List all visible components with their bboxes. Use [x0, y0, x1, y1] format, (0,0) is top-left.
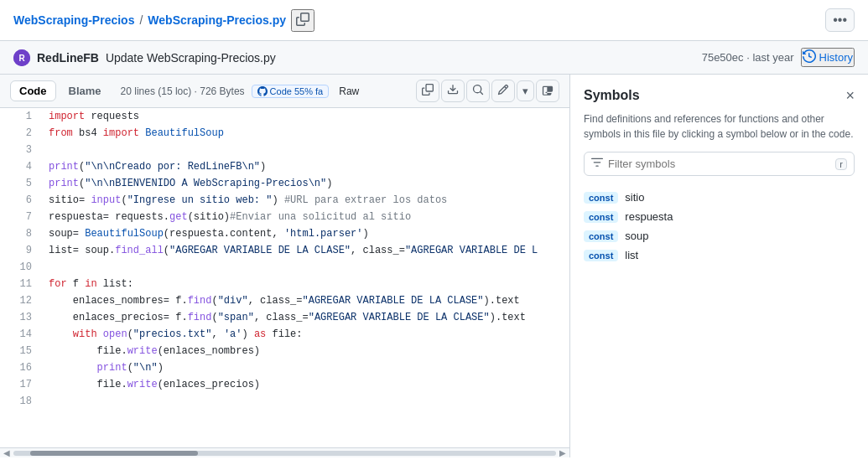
line-code: enlaces_nombres= f.find("div", class_="A…	[42, 292, 569, 309]
symbol-name: respuesta	[625, 210, 673, 223]
main-content: Code Blame 20 lines (15 loc) · 726 Bytes…	[0, 75, 868, 457]
commit-message: Update WebScraping-Precios.py	[106, 51, 276, 65]
history-label: History	[819, 51, 853, 64]
symbols-title: Symbols	[584, 88, 640, 103]
symbols-panel-toggle[interactable]	[536, 80, 559, 102]
history-button[interactable]: History	[801, 48, 855, 67]
tab-code[interactable]: Code	[10, 80, 56, 101]
list-item[interactable]: const respuesta	[584, 207, 855, 226]
code-table: 1 import requests 2 from bs4 import Beau…	[0, 108, 569, 410]
code-meta: 20 lines (15 loc) · 726 Bytes	[121, 85, 245, 97]
table-row: 6 sitio= input("Ingrese un sitio web: ")…	[0, 192, 569, 209]
line-number: 4	[0, 158, 42, 175]
table-row: 4 print("\n\nCreado por: RedLineFB\n")	[0, 158, 569, 175]
line-code	[42, 142, 569, 158]
edit-button[interactable]	[491, 80, 515, 102]
symbols-panel: Symbols × Find definitions and reference…	[570, 75, 868, 457]
file-info-bar: R RedLineFB Update WebScraping-Precios.p…	[0, 41, 868, 75]
symbol-badge: const	[584, 211, 618, 223]
search-code-button[interactable]	[466, 80, 490, 102]
filter-symbols-wrap: r	[584, 152, 855, 176]
ai-badge: Code 55% fa	[252, 85, 330, 98]
table-row: 13 enlaces_precios= f.find("span", class…	[0, 309, 569, 326]
line-number: 14	[0, 326, 42, 343]
download-button[interactable]	[441, 80, 465, 102]
symbols-close-button[interactable]: ×	[845, 88, 855, 103]
symbol-name: list	[625, 249, 638, 261]
table-row: 15 file.write(enlaces_nombres)	[0, 343, 569, 359]
line-code: from bs4 import BeautifulSoup	[42, 125, 569, 142]
table-row: 14 with open("precios.txt", 'a') as file…	[0, 326, 569, 343]
commit-meta: 75e50ec · last year History	[702, 48, 855, 67]
line-number: 13	[0, 309, 42, 326]
line-number: 11	[0, 276, 42, 292]
more-code-options-button[interactable]: ▾	[517, 80, 534, 101]
table-row: 7 respuesta= requests.get(sitio)#Enviar …	[0, 209, 569, 225]
line-number: 5	[0, 175, 42, 192]
symbols-description: Find definitions and references for func…	[584, 111, 855, 142]
svg-text:R: R	[18, 54, 25, 63]
line-code: list= soup.find_all("AGREGAR VARIABLE DE…	[42, 242, 569, 259]
scrollbar-thumb[interactable]	[30, 451, 198, 456]
code-toolbar: Code Blame 20 lines (15 loc) · 726 Bytes…	[0, 75, 569, 108]
list-item[interactable]: const list	[584, 245, 855, 265]
symbol-name: soup	[625, 230, 648, 242]
line-code: sitio= input("Ingrese un sitio web: ") #…	[42, 192, 569, 209]
line-code: print("\n\nBIENVENIDO A WebScraping-Prec…	[42, 175, 569, 192]
file-link[interactable]: WebScraping-Precios.py	[148, 13, 286, 27]
table-row: 9 list= soup.find_all("AGREGAR VARIABLE …	[0, 242, 569, 259]
line-number: 2	[0, 125, 42, 142]
scrollbar-track[interactable]	[13, 451, 556, 456]
table-row: 12 enlaces_nombres= f.find("div", class_…	[0, 292, 569, 309]
line-number: 1	[0, 108, 42, 125]
line-number: 12	[0, 292, 42, 309]
repo-link[interactable]: WebScraping-Precios	[13, 13, 134, 27]
line-number: 6	[0, 192, 42, 209]
line-number: 10	[0, 259, 42, 276]
table-row: 18	[0, 393, 569, 410]
ai-badge-text: Code 55% fa	[270, 86, 324, 96]
tab-blame[interactable]: Blame	[60, 80, 111, 101]
line-number: 3	[0, 142, 42, 158]
table-row: 16 print("\n")	[0, 359, 569, 376]
breadcrumb: WebScraping-Precios / WebScraping-Precio…	[13, 9, 314, 32]
raw-button[interactable]: Raw	[332, 83, 366, 100]
table-row: 2 from bs4 import BeautifulSoup	[0, 125, 569, 142]
filter-symbols-input[interactable]	[608, 158, 830, 170]
line-code: for f in list:	[42, 276, 569, 292]
table-row: 3	[0, 142, 569, 158]
copy-path-button[interactable]	[291, 9, 314, 32]
commit-hash: 75e50ec · last year	[702, 51, 794, 64]
line-code: print("\n\nCreado por: RedLineFB\n")	[42, 158, 569, 175]
line-code: with open("precios.txt", 'a') as file:	[42, 326, 569, 343]
code-panel: Code Blame 20 lines (15 loc) · 726 Bytes…	[0, 75, 570, 457]
line-code	[42, 393, 569, 410]
symbols-header: Symbols ×	[584, 88, 855, 103]
line-code: file.write(enlaces_nombres)	[42, 343, 569, 359]
symbol-badge: const	[584, 192, 618, 204]
line-code: print("\n")	[42, 359, 569, 376]
code-content: 1 import requests 2 from bs4 import Beau…	[0, 108, 569, 447]
more-options-button[interactable]: •••	[825, 8, 855, 32]
line-number: 17	[0, 376, 42, 393]
commit-username[interactable]: RedLineFB	[37, 51, 99, 65]
line-code	[42, 259, 569, 276]
line-code: soup= BeautifulSoup(respuesta.content, '…	[42, 225, 569, 242]
list-item[interactable]: const soup	[584, 226, 855, 245]
line-number: 9	[0, 242, 42, 259]
table-row: 11 for f in list:	[0, 276, 569, 292]
breadcrumb-separator: /	[139, 13, 143, 27]
symbol-name: sitio	[625, 191, 644, 204]
line-number: 7	[0, 209, 42, 225]
history-icon	[803, 49, 816, 65]
copy-code-button[interactable]	[416, 80, 439, 102]
toolbar-icons: ▾	[416, 80, 559, 102]
horizontal-scrollbar[interactable]: ◀ ▶	[0, 447, 569, 457]
list-item[interactable]: const sitio	[584, 188, 855, 207]
filter-icon	[591, 157, 603, 171]
line-number: 15	[0, 343, 42, 359]
line-number: 16	[0, 359, 42, 376]
line-number: 18	[0, 393, 42, 410]
table-row: 1 import requests	[0, 108, 569, 125]
line-code: file.write(enlaces_precios)	[42, 376, 569, 393]
